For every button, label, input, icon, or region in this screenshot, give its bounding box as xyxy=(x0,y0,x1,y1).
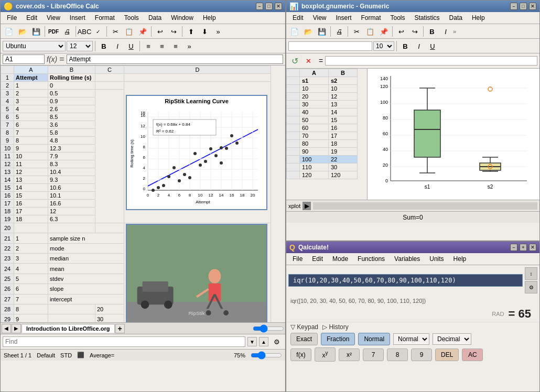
cell-c1[interactable] xyxy=(95,74,124,82)
minimize-button[interactable]: – xyxy=(256,3,263,10)
gnum-cell-a3[interactable]: 20 xyxy=(300,93,329,101)
qalc-menu-help[interactable]: Help xyxy=(449,254,471,264)
gnum-redo-btn[interactable]: ↪ xyxy=(408,25,421,38)
more-button[interactable]: » xyxy=(212,25,224,38)
col-header-a[interactable]: A xyxy=(14,66,48,74)
gnum-cell-a2[interactable]: 10 xyxy=(300,85,329,93)
cell-b12[interactable]: 8.3 xyxy=(48,160,95,168)
gnum-copy-btn[interactable]: 📋 xyxy=(364,25,376,38)
ac-button[interactable]: AC xyxy=(462,349,483,361)
cell-b21[interactable]: sample size n xyxy=(48,233,124,243)
spellcheck2-button[interactable]: ✓ xyxy=(92,25,104,38)
menu-file[interactable]: File xyxy=(3,13,21,23)
gnum-menu-insert[interactable]: Insert xyxy=(331,13,355,23)
del-button[interactable]: DEL xyxy=(435,349,459,361)
cell-c28[interactable]: 20 xyxy=(95,304,124,314)
gnum-print-btn[interactable]: 🖨 xyxy=(333,25,345,38)
gnum-cell-a13[interactable]: 120 xyxy=(300,171,329,179)
num9-button[interactable]: 9 xyxy=(411,349,432,361)
cell-b24[interactable]: mean xyxy=(48,264,124,274)
gnum-bold2-btn[interactable]: B xyxy=(399,40,412,52)
cell-a25[interactable]: 5 xyxy=(14,274,48,284)
gnum-fontname-input[interactable] xyxy=(288,41,372,51)
menu-data[interactable]: Data xyxy=(144,13,166,23)
cell-a23[interactable]: 3 xyxy=(14,254,48,264)
gnum-close-btn[interactable]: ✕ xyxy=(529,3,536,10)
gnum-menu-tools[interactable]: Tools xyxy=(386,13,409,23)
qalc-maximize-btn[interactable]: + xyxy=(520,244,527,251)
cell-a1[interactable]: Attempt xyxy=(14,74,48,82)
cell-a9[interactable]: 8 xyxy=(14,137,48,145)
cell-b16[interactable]: 10.1 xyxy=(48,192,95,200)
new-button[interactable]: 📄 xyxy=(3,25,15,38)
x2-button[interactable]: x² xyxy=(339,349,360,361)
cell-a4[interactable]: 3 xyxy=(14,97,48,105)
gnum-cell-b10[interactable]: 19 xyxy=(329,148,358,156)
menu-edit[interactable]: Edit xyxy=(22,13,41,23)
close-button[interactable]: ✕ xyxy=(275,3,282,10)
cell-a3[interactable]: 2 xyxy=(14,90,48,97)
cell-a14[interactable]: 13 xyxy=(14,176,48,184)
cell-c29[interactable]: 30 xyxy=(95,314,124,322)
qalc-menu-mode[interactable]: Mode xyxy=(328,254,352,264)
cell-b8[interactable]: 5.8 xyxy=(48,129,95,137)
add-sheet-btn[interactable]: + xyxy=(115,324,125,333)
sheet-tab-intro[interactable]: Introduction to LibreOffice.org xyxy=(21,324,115,333)
cell-a29[interactable]: 9 xyxy=(14,314,48,322)
exact-button[interactable]: Exact xyxy=(290,333,318,345)
gnum-refresh-btn[interactable]: ↺ xyxy=(288,55,301,67)
gnum-menu-format[interactable]: Format xyxy=(357,13,385,23)
align-center[interactable]: ≡ xyxy=(156,40,168,52)
print-button[interactable]: 🖨 xyxy=(61,25,73,38)
cell-a12[interactable]: 11 xyxy=(14,160,48,168)
cell-a24[interactable]: 4 xyxy=(14,264,48,274)
gnum-cell-a11[interactable]: 100 xyxy=(300,156,329,164)
cell-a11[interactable]: 10 xyxy=(14,153,48,160)
cell-c2[interactable] xyxy=(95,82,124,90)
italic-button[interactable]: I xyxy=(111,40,124,52)
gnum-cell-b5[interactable]: 14 xyxy=(329,108,358,116)
gnum-maximize-btn[interactable]: □ xyxy=(520,3,527,10)
gnum-cell-a6[interactable]: 50 xyxy=(300,116,329,124)
open-button[interactable]: 📂 xyxy=(16,25,29,38)
num8-button[interactable]: 8 xyxy=(387,349,408,361)
cell-a27[interactable]: 7 xyxy=(14,294,48,304)
copy-button[interactable]: 📋 xyxy=(123,25,135,38)
underline-button[interactable]: U xyxy=(125,40,137,52)
cell-a22[interactable]: 2 xyxy=(14,243,48,253)
gnum-cell-a5[interactable]: 40 xyxy=(300,108,329,116)
gnum-cell-b1[interactable]: s2 xyxy=(329,77,358,85)
cell-b27[interactable]: intercept xyxy=(48,294,124,304)
sort-asc-button[interactable]: ⬆ xyxy=(185,25,197,38)
col-header-d[interactable]: D xyxy=(124,66,271,74)
qalc-settings-btn[interactable]: ⚙ xyxy=(525,281,537,293)
qalc-menu-file[interactable]: File xyxy=(288,254,307,264)
cell-b6[interactable]: 8.5 xyxy=(48,113,95,121)
align-right[interactable]: ≡ xyxy=(169,40,182,52)
cell-b3[interactable]: 0.5 xyxy=(48,90,95,97)
gnum-minimize-btn[interactable]: – xyxy=(510,3,517,10)
cell-a16[interactable]: 15 xyxy=(14,192,48,200)
gnum-cell-a4[interactable]: 30 xyxy=(300,101,329,108)
gnum-cell-b2[interactable]: 10 xyxy=(329,85,358,93)
cell-a2[interactable]: 1 xyxy=(14,82,48,90)
gnum-cell-b13[interactable]: 120 xyxy=(329,171,358,179)
maximize-button[interactable]: □ xyxy=(265,3,273,10)
fx-button[interactable]: f(x) xyxy=(290,349,311,361)
search-up-btn[interactable]: ▲ xyxy=(259,337,268,346)
cell-a20[interactable] xyxy=(14,223,48,233)
statusbar-zoom-slider[interactable] xyxy=(251,351,282,360)
cell-b19[interactable]: 6.3 xyxy=(48,215,95,223)
cell-a21[interactable]: 1 xyxy=(14,233,48,243)
search-input[interactable] xyxy=(3,336,245,347)
qalc-close-btn[interactable]: ✕ xyxy=(529,244,536,251)
fraction-button[interactable]: Fraction xyxy=(321,333,355,345)
gnum-underline-btn[interactable]: U xyxy=(426,40,439,52)
gnum-cell-a8[interactable]: 70 xyxy=(300,132,329,140)
cell-b4[interactable]: 0.9 xyxy=(48,97,95,105)
gnum-italic2-btn[interactable]: I xyxy=(413,40,425,52)
gnum-cell-a12[interactable]: 110 xyxy=(300,164,329,171)
cell-a15[interactable]: 14 xyxy=(14,184,48,192)
menu-insert[interactable]: Insert xyxy=(66,13,90,23)
paste-button[interactable]: 📌 xyxy=(136,25,149,38)
